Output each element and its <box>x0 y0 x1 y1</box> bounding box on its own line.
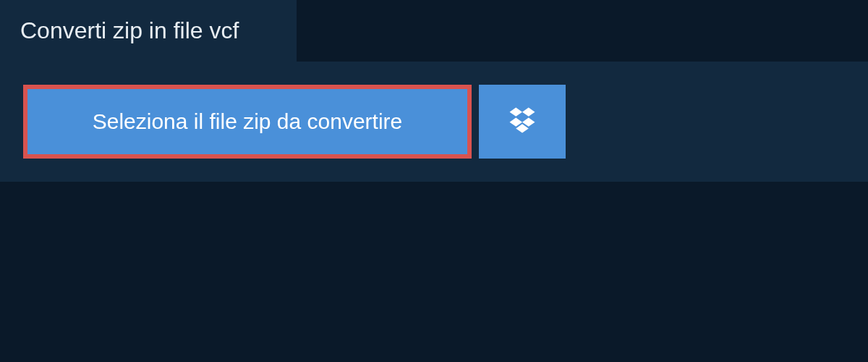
tab-title: Converti zip in file vcf <box>0 0 297 62</box>
upload-panel: Seleziona il file zip da convertire <box>0 62 868 182</box>
dropbox-icon <box>507 105 537 138</box>
dropbox-button[interactable] <box>479 85 566 159</box>
select-file-button[interactable]: Seleziona il file zip da convertire <box>23 85 472 159</box>
